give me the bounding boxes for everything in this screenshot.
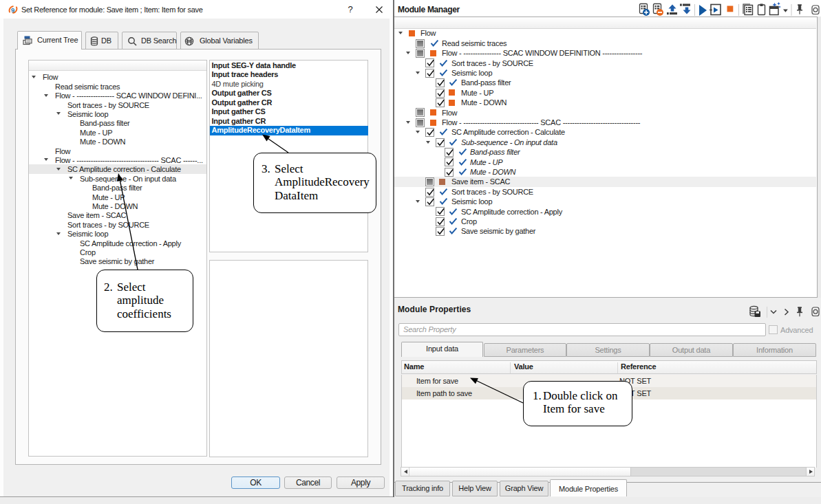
svg-text:9: 9 <box>11 6 14 13</box>
